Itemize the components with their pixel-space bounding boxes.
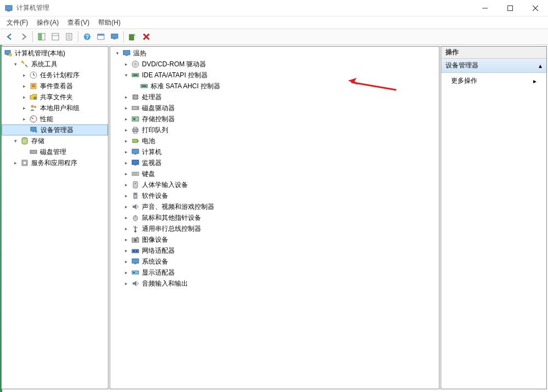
maximize-button[interactable] [498,0,523,16]
computer-button[interactable] [108,30,121,43]
device-display[interactable]: ▸显示适配器 [110,267,439,278]
device-monitors[interactable]: ▸监视器 [110,157,439,168]
chevron-right-icon[interactable]: ▸ [122,104,130,112]
minimize-button[interactable] [472,0,498,16]
device-network[interactable]: ▸网络适配器 [110,245,439,256]
device-ide[interactable]: ▾IDE ATA/ATAPI 控制器 [110,70,439,81]
device-usb[interactable]: ▸通用串行总线控制器 [110,223,439,234]
chevron-right-icon[interactable]: ▸ [122,181,130,189]
tree-shared-folders[interactable]: ▸ 共享文件夹 [2,92,108,103]
device-audio-io[interactable]: ▸音频输入和输出 [110,278,439,289]
device-hid[interactable]: ▸人体学输入设备 [110,179,439,190]
chevron-right-icon[interactable]: ▸ [122,115,130,123]
chevron-right-icon[interactable]: ▸ [20,104,28,112]
device-mice[interactable]: ▸鼠标和其他指针设备 [110,212,439,223]
svg-rect-66 [138,140,139,141]
device-sound[interactable]: ▸声音、视频和游戏控制器 [110,201,439,212]
chevron-right-icon[interactable]: ▸ [122,93,130,101]
chevron-right-icon[interactable]: ▸ [12,159,19,167]
device-battery[interactable]: ▸电池 [110,135,439,146]
svg-point-42 [31,151,32,152]
chevron-right-icon[interactable]: ▸ [122,280,130,287]
chevron-right-icon[interactable]: ▸ [122,225,130,232]
chevron-down-icon[interactable]: ▾ [113,49,121,57]
help-button[interactable]: ? [81,30,94,43]
tree-system-tools[interactable]: ▾ 系统工具 [2,59,108,70]
export-list-button[interactable] [62,30,76,43]
tree-task-scheduler[interactable]: ▸ 任务计划程序 [2,70,108,81]
menu-view[interactable]: 查看(V) [64,17,93,29]
forward-button[interactable] [17,30,30,43]
actions-section[interactable]: 设备管理器 ▴ [441,59,546,73]
chevron-down-icon[interactable]: ▾ [122,71,130,79]
tree-services-apps[interactable]: ▸ 服务和应用程序 [2,157,108,168]
tree-root[interactable]: 计算机管理(本地) [2,48,108,59]
tree-device-manager[interactable]: 设备管理器 [2,124,108,135]
device-root[interactable]: ▾ 温热 [110,48,439,59]
device-storage-ctrl[interactable]: ▸存储控制器 [110,113,439,124]
dvd-icon [131,60,140,69]
scan-hardware-button[interactable] [126,30,139,43]
tree-event-viewer[interactable]: ▸ 事件查看器 [2,81,108,92]
chevron-down-icon[interactable]: ▾ [12,137,19,145]
tree-local-users[interactable]: ▸ 本地用户和组 [2,103,108,113]
back-button[interactable] [3,30,16,43]
device-print-queue[interactable]: ▸打印队列 [110,124,439,135]
chevron-right-icon[interactable]: ▸ [20,93,28,101]
device-disk-drives[interactable]: ▸磁盘驱动器 [110,103,439,113]
svg-point-80 [134,230,136,232]
hid-icon [131,180,140,189]
device-system[interactable]: ▸系统设备 [110,256,439,267]
device-processor[interactable]: ▸处理器 [110,92,439,103]
svg-rect-71 [132,172,139,175]
svg-rect-68 [134,154,136,155]
chevron-right-icon[interactable]: ▸ [122,126,130,134]
device-imaging[interactable]: ▸图像设备 [110,234,439,245]
collapse-icon[interactable]: ▴ [539,62,542,70]
chevron-right-icon[interactable]: ▸ [122,170,130,178]
tools-icon [20,60,29,69]
actions-more[interactable]: 更多操作 ▸ [441,73,546,89]
clock-icon [29,71,38,79]
device-software[interactable]: ▸软件设备 [110,190,439,201]
delete-button[interactable] [140,30,153,43]
chevron-right-icon[interactable]: ▸ [122,269,130,276]
tree-disk-management[interactable]: 磁盘管理 [2,146,108,157]
system-icon [131,257,140,266]
show-hide-tree-button[interactable] [35,30,48,43]
chevron-right-icon[interactable]: ▸ [122,203,130,211]
chevron-right-icon[interactable]: ▸ [122,192,130,200]
menu-help[interactable]: 帮助(H) [95,17,124,29]
device-keyboards[interactable]: ▸键盘 [110,168,439,179]
svg-point-75 [135,183,136,184]
chevron-right-icon[interactable]: ▸ [122,60,130,68]
chevron-right-icon[interactable]: ▸ [122,137,130,145]
menu-action[interactable]: 操作(A) [33,17,62,29]
chevron-right-icon[interactable]: ▸ [122,148,130,156]
console-tree[interactable]: 计算机管理(本地) ▾ 系统工具 ▸ 任务计划程序 ▸ 事件查看器 ▸ 共享文件… [1,46,109,389]
usb-icon [131,224,140,233]
chevron-right-icon[interactable]: ▸ [122,258,130,265]
chevron-down-icon[interactable]: ▾ [12,60,19,68]
device-sata-ahci[interactable]: 标准 SATA AHCI 控制器 [110,81,439,92]
chevron-right-icon[interactable]: ▸ [122,159,130,167]
chevron-right-icon[interactable]: ▸ [122,214,130,221]
chevron-right-icon[interactable]: ▸ [20,82,28,90]
tree-storage[interactable]: ▾ 存储 [2,135,108,146]
device-tree[interactable]: ▾ 温热 ▸DVD/CD-ROM 驱动器 ▾IDE ATA/ATAPI 控制器 … [110,46,439,389]
svg-rect-67 [132,149,139,154]
device-computer[interactable]: ▸计算机 [110,146,439,157]
device-dvd[interactable]: ▸DVD/CD-ROM 驱动器 [110,59,439,70]
close-button[interactable] [523,0,548,16]
printer-icon [131,126,140,134]
chevron-right-icon[interactable]: ▸ [20,115,28,123]
tree-performance[interactable]: ▸ 性能 [2,113,108,124]
chevron-right-icon[interactable]: ▸ [122,236,130,243]
chevron-right-icon[interactable]: ▸ [20,71,28,79]
svg-rect-52 [142,86,146,87]
chevron-right-icon[interactable]: ▸ [122,247,130,254]
view-button[interactable] [94,30,107,43]
svg-rect-90 [132,259,139,263]
menu-file[interactable]: 文件(F) [3,17,31,29]
properties-button[interactable] [49,30,62,43]
